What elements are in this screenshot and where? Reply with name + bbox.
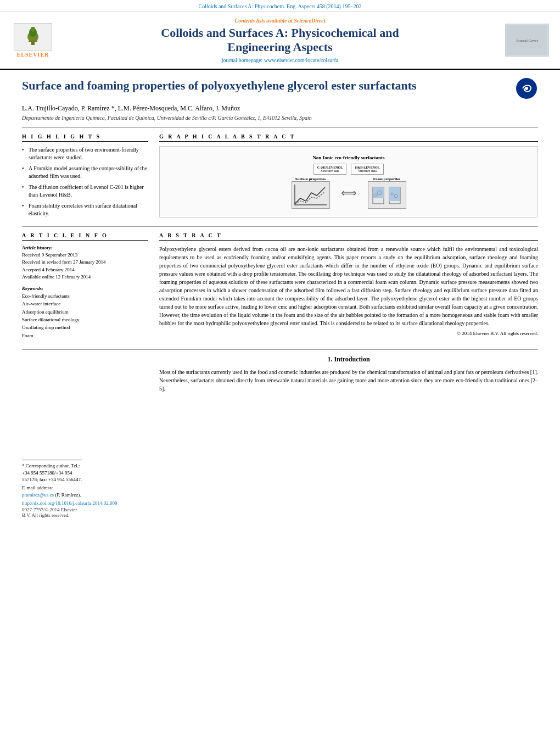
abstract-copyright: © 2014 Elsevier B.V. All rights reserved… <box>159 331 538 336</box>
graphical-abstract-col: G R A P H I C A L A B S T R A C T Non Io… <box>159 133 538 221</box>
divider-2 <box>22 226 538 227</box>
elsevier-logo-image <box>14 23 52 51</box>
highlight-item-4: Foam stability correlates with surface d… <box>22 202 148 217</box>
crossmark-circle <box>516 78 537 99</box>
ga-box-1: C-201/LEVENOL Structure data <box>313 164 346 175</box>
ga-foam-image <box>368 181 406 209</box>
ga-surface-label: Surface properties <box>295 177 326 181</box>
highlight-item-2: A Frumkin model assuming the compressibi… <box>22 165 148 180</box>
ga-content: C-201/LEVENOL Structure data H&B-LEVENOL… <box>164 164 533 209</box>
available-date: Available online 12 February 2014 <box>22 274 148 281</box>
highlights-heading: H I G H L I G H T S <box>22 133 148 142</box>
ga-boxes-row: C-201/LEVENOL Structure data H&B-LEVENOL… <box>164 164 533 175</box>
ga-foam-label: Foam properties <box>373 177 400 181</box>
introduction-text-1: Most of the surfactants currently used i… <box>159 368 538 393</box>
ga-box-2: H&B-LEVENOL Structure data <box>351 164 384 175</box>
article-info-col: A R T I C L E I N F O Article history: R… <box>22 232 148 344</box>
journal-header-center: Contents lists available at ScienceDirec… <box>60 18 500 63</box>
highlights-graphical-section: H I G H L I G H T S The surface properti… <box>22 133 538 221</box>
journal-reference-text: Colloids and Surfaces A: Physicochem. En… <box>199 3 362 9</box>
article-history-block: Article history: Received 9 September 20… <box>22 245 148 281</box>
corresponding-author: * Corresponding author. Tel.: +34 954 55… <box>22 462 82 483</box>
crossmark-badge[interactable] <box>516 78 538 100</box>
main-content: Surface and foaming properties of polyox… <box>0 70 560 526</box>
graphical-abstract-heading: G R A P H I C A L A B S T R A C T <box>159 133 538 142</box>
keywords-heading: Keywords: <box>22 286 148 291</box>
highlights-list: The surface properties of two enviroment… <box>22 146 148 217</box>
footnotes: * Corresponding author. Tel.: +34 954 55… <box>22 460 82 518</box>
elsevier-logo: ELSEVIER <box>11 23 55 58</box>
journal-cover-image: Journal Cover <box>505 24 549 57</box>
accepted-date: Accepted 4 February 2014 <box>22 266 148 274</box>
svg-point-9 <box>525 87 528 90</box>
svg-text:Journal Cover: Journal Cover <box>516 38 538 43</box>
authors: L.A. Trujillo-Cayado, P. Ramírez *, L.M.… <box>22 104 538 113</box>
email-label: E-mail address: <box>22 485 53 490</box>
email-footnote: E-mail address: pramirez@us.es (P. Ramír… <box>22 484 82 498</box>
affiliation: Departamento de Ingeniería Química, Facu… <box>22 115 538 121</box>
keyword-2: Air–water interface <box>22 300 148 308</box>
keyword-1: Eco-friendly surfactants <box>22 292 148 300</box>
highlight-item-3: The diffusion coefficient of Levenol C-2… <box>22 183 148 199</box>
article-title-area: Surface and foaming properties of polyox… <box>22 78 538 100</box>
ga-surface-image <box>292 181 330 209</box>
journal-reference-bar: Colloids and Surfaces A: Physicochem. En… <box>0 0 560 12</box>
journal-header: ELSEVIER Contents lists available at Sci… <box>0 12 560 70</box>
intro-left-spacer <box>22 355 148 454</box>
svg-rect-4 <box>29 41 37 42</box>
copyright-bottom: 0927-7757/© 2014 Elsevier B.V. All right… <box>22 507 82 518</box>
received-date: Received 9 September 2013 <box>22 252 148 259</box>
ga-arrow-icon: ⟺ <box>341 186 357 199</box>
revised-date: Received in revised form 27 January 2014 <box>22 259 148 266</box>
divider-3 <box>22 349 538 350</box>
keywords-block: Keywords: Eco-friendly surfactants Air–w… <box>22 286 148 339</box>
highlights-col: H I G H L I G H T S The surface properti… <box>22 133 148 221</box>
email-suffix: (P. Ramírez). <box>55 492 81 498</box>
elsevier-label-text: ELSEVIER <box>17 52 49 58</box>
abstract-col: A B S T R A C T Polyoxyethylene glycerol… <box>159 232 538 344</box>
introduction-text-col: 1. Introduction Most of the surfactants … <box>159 355 538 518</box>
intro-footnotes-col: * Corresponding author. Tel.: +34 954 55… <box>22 355 148 518</box>
ga-label: Non Ionic eco-friendly surfactants <box>312 155 384 160</box>
page-wrapper: Colloids and Surfaces A: Physicochem. En… <box>0 0 560 742</box>
article-title-text: Surface and foaming properties of polyox… <box>22 78 511 94</box>
article-info-heading: A R T I C L E I N F O <box>22 232 148 241</box>
keyword-6: Foam <box>22 332 148 339</box>
divider-1 <box>22 127 538 128</box>
abstract-text: Polyoxyethylene glycerol esters derived … <box>159 245 538 327</box>
keyword-5: Oscillating drop method <box>22 323 148 331</box>
doi-link[interactable]: http://dx.doi.org/10.1016/j.colsurfa.201… <box>22 500 82 506</box>
ga-middle-row: Surface properties <box>164 177 533 209</box>
highlight-item-1: The surface properties of two enviroment… <box>22 146 148 161</box>
journal-title: Colloids and Surfaces A: Physicochemical… <box>60 26 500 55</box>
keywords-list: Eco-friendly surfactants Air–water inter… <box>22 292 148 339</box>
sciencedirect-link[interactable]: ScienceDirect <box>294 18 325 24</box>
homepage-url[interactable]: www.elsevier.com/locate/colsurfa <box>264 57 338 63</box>
introduction-section: * Corresponding author. Tel.: +34 954 55… <box>22 355 538 518</box>
graphical-abstract-box: Non Ionic eco-friendly surfactants C-201… <box>159 146 538 217</box>
abstract-heading: A B S T R A C T <box>159 232 538 241</box>
journal-homepage: journal homepage: www.elsevier.com/locat… <box>60 57 500 63</box>
article-history-heading: Article history: <box>22 245 148 250</box>
email-link[interactable]: pramirez@us.es <box>22 492 54 498</box>
article-info-abstract-section: A R T I C L E I N F O Article history: R… <box>22 232 538 344</box>
keyword-4: Surface dilatational rheology <box>22 316 148 323</box>
introduction-heading: 1. Introduction <box>159 355 538 364</box>
svg-rect-10 <box>292 182 329 208</box>
keyword-3: Adsorption equilibrium <box>22 308 148 316</box>
contents-line: Contents lists available at ScienceDirec… <box>60 18 500 24</box>
